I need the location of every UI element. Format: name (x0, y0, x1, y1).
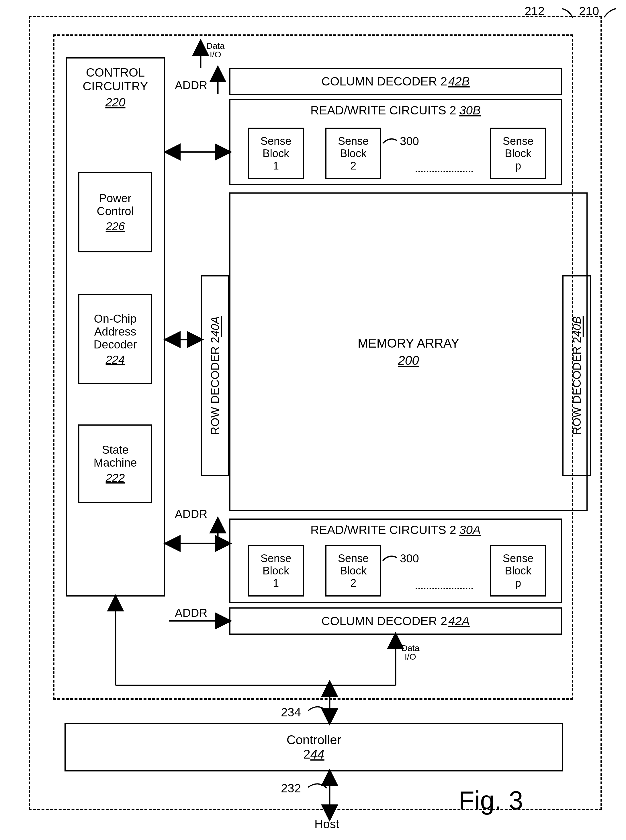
data-io-bottom: DataI/O (401, 644, 419, 661)
sense-p: p (515, 160, 521, 172)
sense-ap: p (515, 577, 521, 589)
row-a-label: ROW DECODER 2 (209, 337, 221, 435)
power-control-ref: 226 (106, 220, 125, 233)
data-io-top: DataI/O (207, 42, 224, 59)
controller-label: Controller (286, 733, 341, 747)
addr-1830l: ADDR (175, 508, 207, 520)
ref-300-top: 300 (400, 135, 419, 148)
sense-labelp: Sense Block (491, 135, 545, 160)
ref-234: 234 (281, 705, 301, 719)
state-machine-ref: 222 (106, 472, 125, 484)
sense-label: Sense Block (249, 135, 303, 160)
row-b-ref: 40B (570, 316, 583, 337)
dots-bottom (416, 588, 473, 589)
ref-210: 210 (579, 4, 599, 18)
state-machine-label: State Machine (80, 444, 151, 469)
col-dec-b-label: COLUMN DECODER 2 (321, 75, 447, 88)
ref-232: 232 (281, 782, 301, 795)
dots-top (416, 171, 473, 172)
controller-prefix: 2 (303, 747, 310, 761)
addr-top: ADDR (175, 79, 207, 92)
host-label: Host (315, 817, 339, 831)
sense-a2-label: Sense Block (327, 552, 380, 577)
control-circuitry-ref: 220 (105, 96, 125, 109)
col-dec-a-ref: 42A (448, 614, 470, 628)
rw-a-label: READ/WRITE CIRCUITS 2 (310, 523, 456, 537)
row-decoder-b: ROW DECODER 240B (562, 275, 591, 476)
sense-a1-label: Sense Block (249, 552, 303, 577)
sense-1: 1 (273, 160, 279, 172)
column-decoder-a: COLUMN DECODER 2 42A (229, 607, 562, 635)
col-dec-a-label: COLUMN DECODER 2 (321, 614, 447, 628)
controller-ref: 44 (310, 747, 324, 761)
ref-300-bot: 300 (400, 552, 419, 565)
figure-title: Fig. 3 (459, 786, 523, 815)
power-control-box: Power Control 226 (78, 172, 152, 252)
address-decoder-box: On-Chip Address Decoder 224 (78, 294, 152, 384)
addr-2075l: ADDR (175, 606, 207, 619)
sense-block-b-1: Sense Block 1 (248, 128, 304, 179)
ref-212: 212 (524, 4, 545, 18)
state-machine-box: State Machine 222 (78, 425, 152, 503)
sense-block-b-2: Sense Block 2 (326, 128, 381, 179)
power-control-label: Power Control (80, 192, 151, 218)
col-dec-b-ref: 42B (448, 75, 470, 88)
address-decoder-label: On-Chip Address Decoder (80, 312, 151, 351)
sense-block-b-p: Sense Block p (490, 128, 546, 179)
column-decoder-b: COLUMN DECODER 2 42B (229, 68, 562, 95)
sense-label2: Sense Block (327, 135, 380, 160)
rw-b-label: READ/WRITE CIRCUITS 2 (310, 103, 456, 117)
rw-b-ref: 30B (459, 103, 480, 117)
sense-ap-label: Sense Block (491, 552, 545, 577)
sense-2: 2 (350, 160, 356, 172)
row-a-ref: 40A (209, 316, 221, 337)
controller-box: Controller 244 (64, 723, 563, 771)
sense-a2: 2 (350, 577, 356, 589)
sense-a1: 1 (273, 577, 279, 589)
row-b-label: ROW DECODER 2 (570, 337, 583, 435)
rw-a-ref: 30A (459, 523, 480, 537)
control-circuitry-title: CONTROL CIRCUITRY (67, 66, 164, 93)
address-decoder-ref: 224 (106, 353, 125, 366)
sense-block-a-1: Sense Block 1 (248, 545, 304, 597)
sense-block-a-p: Sense Block p (490, 545, 546, 597)
sense-block-a-2: Sense Block 2 (326, 545, 381, 597)
row-decoder-a: ROW DECODER 240A (200, 275, 229, 476)
